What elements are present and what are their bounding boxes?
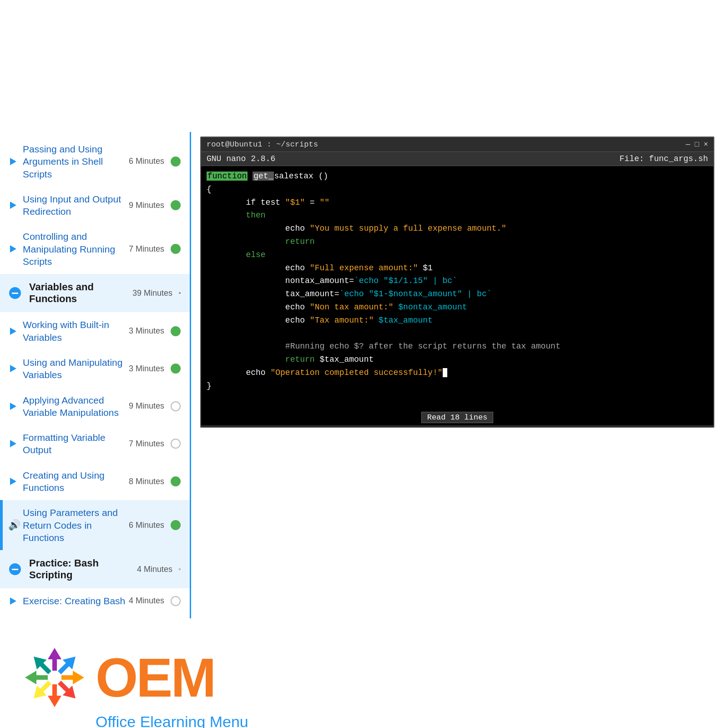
play-triangle (10, 440, 16, 447)
sidebar-item-controlling[interactable]: Controlling and Manipulating Running Scr… (0, 224, 190, 274)
section-minutes: 4 Minutes (137, 565, 172, 574)
nano-footer: ^G Get Help ^O Write Out ^W Where Is ^K … (201, 425, 713, 428)
read-lines-container: Read 18 lines (201, 411, 713, 424)
close-button[interactable]: × (703, 141, 708, 149)
nano-cmd-write[interactable]: ^O Write Out (306, 427, 407, 428)
nano-header: GNU nano 2.8.6 File: func_args.sh (201, 152, 713, 166)
sidebar-item-label: Controlling and Manipulating Running Scr… (23, 230, 129, 268)
sidebar-item-label: Formatting Variable Output (23, 431, 129, 456)
maximize-button[interactable]: □ (695, 141, 699, 149)
sidebar-item-builtin[interactable]: Working with Built-in Variables 3 Minute… (0, 312, 190, 350)
oem-text-block: OEM (96, 650, 214, 705)
sidebar-item-using-vars[interactable]: Using and Manipulating Variables 3 Minut… (0, 350, 190, 388)
collapse-icon (9, 563, 21, 575)
code-line-16: echo "Operation completed successfully!" (207, 366, 708, 379)
top-white-space (0, 0, 728, 132)
terminal-area: root@Ubuntu1 : ~/scripts — □ × GNU nano … (191, 132, 728, 618)
oem-brand-text: OEM (96, 650, 214, 705)
svg-marker-6 (25, 671, 48, 684)
code-line-2: { (207, 183, 708, 196)
nano-cmd-cut[interactable]: ^K Cut Text (508, 427, 609, 428)
read-lines-bar: Read 18 lines (421, 412, 494, 423)
nano-key: ^W (407, 427, 420, 428)
play-icon (8, 476, 18, 486)
sidebar-item-exercise-bash[interactable]: Exercise: Creating Bash 4 Minutes (0, 588, 190, 613)
completion-dot (171, 157, 181, 167)
code-line-14: #Running echo $? after the script return… (207, 340, 708, 353)
play-icon (8, 157, 18, 167)
play-triangle (10, 478, 16, 485)
sidebar-item-label: Working with Built-in Variables (23, 318, 129, 344)
code-line-15: return $tax_amount (207, 353, 708, 366)
svg-marker-4 (48, 684, 61, 707)
sidebar-item-creating-functions[interactable]: Creating and Using Functions 8 Minutes (0, 463, 190, 500)
minimize-button[interactable]: — (686, 141, 690, 149)
play-icon (8, 326, 18, 336)
logo-subtitle: Office Elearning Menu (23, 713, 248, 728)
sidebar-item-advanced-vars[interactable]: Applying Advanced Variable Manipulations… (0, 388, 190, 425)
completion-dot (171, 439, 181, 449)
nano-key: ^J (609, 427, 622, 428)
terminal-titlebar: root@Ubuntu1 : ~/scripts — □ × (201, 137, 713, 152)
logo-container: OEM (23, 646, 214, 709)
completion-dot (171, 476, 181, 486)
section-minutes: 39 Minutes (132, 288, 172, 298)
sidebar-item-label: Exercise: Creating Bash (23, 595, 129, 607)
oem-logo-arrows (23, 646, 86, 709)
sidebar-item-minutes: 3 Minutes (129, 326, 164, 336)
sidebar-item-label: Passing and Using Arguments in Shell Scr… (23, 143, 129, 180)
nano-desc: Justify (624, 427, 654, 428)
code-line-3: if test "$1" = "" (207, 196, 708, 209)
completion-dot (171, 364, 181, 374)
completion-dot (171, 596, 181, 606)
completion-dot (179, 568, 181, 570)
nano-footer-row-1: ^G Get Help ^O Write Out ^W Where Is ^K … (205, 427, 710, 428)
nano-file: File: func_args.sh (620, 154, 708, 163)
current-indicator (0, 500, 3, 550)
nano-cmd-whereis[interactable]: ^W Where Is (407, 427, 508, 428)
nano-desc: Get Help (220, 427, 255, 428)
speaker-icon: 🔊 (8, 519, 20, 531)
sidebar-item-params-return[interactable]: 🔊 Using Parameters and Return Codes in F… (0, 500, 190, 550)
code-line-4: then (207, 209, 708, 222)
terminal-title-left: root@Ubuntu1 : ~/scripts (207, 140, 318, 149)
play-triangle (10, 328, 16, 335)
sidebar-item-minutes: 6 Minutes (129, 521, 164, 530)
terminal-window[interactable]: root@Ubuntu1 : ~/scripts — □ × GNU nano … (200, 136, 714, 428)
nano-key: ^K (508, 427, 521, 428)
completion-dot (179, 292, 181, 294)
completion-dot (171, 326, 181, 336)
nano-cmd-help[interactable]: ^G Get Help (205, 427, 306, 428)
code-line-11: echo "Non tax amount:" $nontax_amount (207, 301, 708, 314)
sidebar-item-label: Using Input and Output Redirection (23, 193, 129, 218)
svg-marker-2 (61, 671, 84, 684)
code-line-1: function get_salestax () (207, 170, 708, 183)
sidebar-item-formatting[interactable]: Formatting Variable Output 7 Minutes (0, 425, 190, 463)
terminal-body[interactable]: function get_salestax () { if test "$1" … (201, 166, 713, 410)
sidebar-item-input-output[interactable]: Using Input and Output Redirection 9 Min… (0, 187, 190, 224)
nano-key: ^G (205, 427, 218, 428)
play-icon (8, 200, 18, 210)
sidebar-item-minutes: 9 Minutes (129, 201, 164, 210)
sidebar-item-label: Using Parameters and Return Codes in Fun… (23, 506, 129, 544)
nano-desc: Write Out (321, 427, 360, 428)
sidebar-item-passing-args[interactable]: Passing and Using Arguments in Shell Scr… (0, 136, 190, 187)
play-triangle (10, 597, 16, 605)
sidebar-item-minutes: 8 Minutes (129, 477, 164, 486)
nano-cmd-justify[interactable]: ^J Justify (609, 427, 710, 428)
sidebar-item-minutes: 4 Minutes (129, 596, 164, 606)
section-header-practice[interactable]: Practice: Bash Scripting 4 Minutes (0, 550, 190, 588)
section-header-variables[interactable]: Variables and Functions 39 Minutes (0, 274, 190, 312)
sidebar-item-minutes: 3 Minutes (129, 364, 164, 374)
sidebar-item-minutes: 6 Minutes (129, 157, 164, 166)
completion-dot (171, 200, 181, 210)
play-triangle (10, 158, 16, 165)
code-line-10: tax_amount=`echo "$1-$nontax_amount" | b… (207, 288, 708, 301)
section-header-label: Variables and Functions (29, 281, 132, 305)
code-line-5: echo "You must supply a full expense amo… (207, 222, 708, 235)
section-header-label: Practice: Bash Scripting (29, 557, 137, 581)
nano-version: GNU nano 2.8.6 (207, 154, 275, 163)
sidebar: Passing and Using Arguments in Shell Scr… (0, 132, 191, 618)
play-triangle (10, 365, 16, 372)
play-triangle (10, 202, 16, 209)
